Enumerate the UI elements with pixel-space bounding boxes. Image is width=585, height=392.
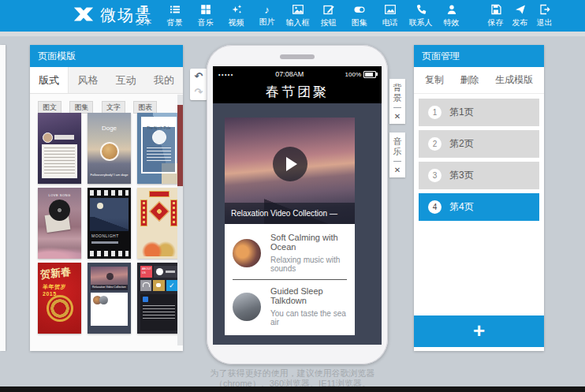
night-scene — [90, 198, 129, 231]
redo-button[interactable]: ↷ — [195, 87, 203, 98]
name-tag — [54, 135, 74, 140]
tab-style[interactable]: 风格 — [69, 67, 106, 93]
toolbar-item-phone[interactable]: 电话 — [374, 3, 405, 28]
film-sprockets — [90, 190, 129, 196]
toolbar-item-video[interactable]: 视频 — [221, 3, 252, 28]
polar-avatar — [152, 130, 166, 144]
toolbar-item-gallery[interactable]: 图集 — [344, 3, 374, 28]
battery-percent: 100% — [345, 71, 361, 78]
tab-layout[interactable]: 版式 — [30, 67, 69, 93]
grid-icon — [190, 4, 221, 17]
publish-icon — [508, 4, 532, 17]
playlist-item-title: Soft Calming with Ocean — [270, 233, 347, 252]
template-moonlight[interactable]: MOONLIGHT — [88, 188, 131, 259]
template-doge[interactable]: Doge Followverybody! I am doge — [88, 113, 131, 184]
edit-icon — [313, 4, 344, 17]
top-toolbar: 微场景 T 文本 背景 音乐 视频 ♪ 图片 — [0, 0, 585, 32]
playlist-item-thumb — [233, 239, 261, 267]
template-relaxation-video[interactable]: Relaxation Video Collection — [88, 263, 131, 334]
filter-gallery[interactable]: 图集 — [69, 101, 93, 114]
text-lines — [147, 147, 171, 162]
toolbar-item-background[interactable]: 背景 — [159, 3, 190, 28]
close-icon[interactable]: ✕ — [389, 166, 405, 175]
toolbar-insert-group: T 文本 背景 音乐 视频 ♪ 图片 输入框 — [129, 3, 467, 28]
toolbar-item-image[interactable]: ♪ 图片 — [252, 3, 282, 28]
vinyl-disc — [49, 200, 70, 221]
scrollbar-thumb[interactable] — [177, 105, 183, 186]
playlist-item-title: Guided Sleep Talkdown — [270, 286, 347, 305]
toolbar-item-input[interactable]: 输入框 — [282, 3, 313, 28]
page-item-1[interactable]: 1 第1页 — [419, 99, 539, 126]
check-icon: ✓ — [166, 280, 177, 291]
template-title: MOONLIGHT — [91, 233, 119, 238]
page-list: 1 第1页 2 第2页 3 第3页 4 第4页 — [414, 94, 544, 221]
page-item-3[interactable]: 3 第3页 — [419, 162, 539, 189]
delete-page-button[interactable]: 删除 — [460, 73, 479, 87]
template-profile-card[interactable] — [38, 113, 81, 184]
template-title: LOVE SONG — [38, 193, 81, 197]
toolbar-item-effects[interactable]: 特效 — [436, 3, 467, 28]
mini-video: Relaxation Video Collection — [91, 267, 128, 290]
playlist-item[interactable]: Soft Calming with Ocean Relaxing music w… — [225, 228, 355, 278]
fu-diamond — [149, 201, 169, 221]
tab-interactive[interactable]: 互动 — [107, 67, 145, 93]
music-layer-tab[interactable]: 音乐 ✕ — [389, 133, 405, 177]
close-icon[interactable]: ✕ — [389, 112, 405, 121]
save-icon — [483, 4, 508, 17]
phone-screen: ••••• 07:08AM 100% 春节团聚 Relaxation Video… — [213, 66, 382, 345]
browser-hint-line1: 为了获得更好的使用，建议使用谷歌浏览器 — [0, 368, 585, 379]
video-caption: Relaxation Video Collection — — [225, 203, 355, 224]
template-new-year[interactable]: 贺新春 羊年贺岁 2015 — [38, 263, 81, 334]
page-number-badge: 3 — [428, 169, 442, 182]
text-icon: T — [129, 3, 159, 17]
top-banner — [149, 191, 170, 197]
chat-icon — [153, 280, 164, 291]
video-element[interactable]: Relaxation Video Collection — — [225, 118, 355, 224]
tab-mine[interactable]: 我的 — [145, 67, 183, 93]
headphones-icon — [140, 280, 151, 291]
page-label: 第3页 — [449, 169, 474, 182]
layer-label: 背景 — [393, 83, 402, 103]
playlist-item[interactable]: Guided Sleep Talkdown You can taste the … — [225, 282, 355, 331]
template-caption: Followverybody! I am doge — [88, 173, 131, 177]
pages-actions: 复制 删除 生成模版 — [414, 67, 544, 94]
template-north-pole[interactable]: The North Pole — [137, 113, 181, 184]
battery-icon — [363, 71, 376, 78]
blossom-decor — [38, 247, 81, 259]
background-layer-tab[interactable]: 背景 ✕ — [389, 79, 405, 124]
copy-page-button[interactable]: 复制 — [425, 73, 444, 87]
exit-button[interactable]: 退出 — [532, 3, 557, 28]
template-love-song[interactable]: LOVE SONG — [38, 188, 81, 259]
save-button[interactable]: 保存 — [483, 3, 508, 28]
mini-card — [91, 293, 128, 326]
filter-chart[interactable]: 图表 — [133, 101, 157, 114]
collapsed-panel-strip[interactable] — [0, 45, 6, 351]
undo-button[interactable]: ↶ — [195, 71, 203, 82]
play-button[interactable] — [273, 147, 307, 181]
toolbar-item-text[interactable]: T 文本 — [129, 3, 159, 28]
phone-tile — [154, 266, 177, 278]
filter-text[interactable]: 文字 — [102, 101, 125, 114]
toolbar-item-button[interactable]: 按钮 — [313, 3, 344, 28]
publish-button[interactable]: 发布 — [508, 3, 532, 28]
history-controls: ↶ ↷ — [190, 69, 207, 100]
page-title[interactable]: 春节团聚 — [213, 82, 382, 103]
page-item-2[interactable]: 2 第2页 — [419, 130, 539, 158]
list-icon — [159, 4, 190, 17]
page-number-badge: 2 — [428, 137, 442, 151]
pages-panel-title: 页面管理 — [414, 45, 544, 67]
frame-title-bar: The North Pole — [143, 118, 175, 127]
templates-scrollbar[interactable] — [177, 95, 183, 345]
toolbar-item-music[interactable]: 音乐 — [190, 3, 221, 28]
status-time: 07:08AM — [234, 70, 345, 78]
filter-image-text[interactable]: 图文 — [38, 101, 61, 114]
add-page-button[interactable]: + — [414, 315, 544, 347]
make-template-button[interactable]: 生成模版 — [495, 73, 533, 87]
template-metro-tiles[interactable]: ABOUT US ✓ — [137, 263, 181, 334]
right-couplet — [170, 200, 177, 226]
phone-speaker — [280, 54, 315, 59]
template-couplets[interactable] — [137, 188, 181, 259]
page-item-4-active[interactable]: 4 第4页 — [419, 193, 539, 221]
doge-avatar — [100, 142, 119, 161]
toolbar-item-contacts[interactable]: 联系人 — [405, 3, 436, 28]
